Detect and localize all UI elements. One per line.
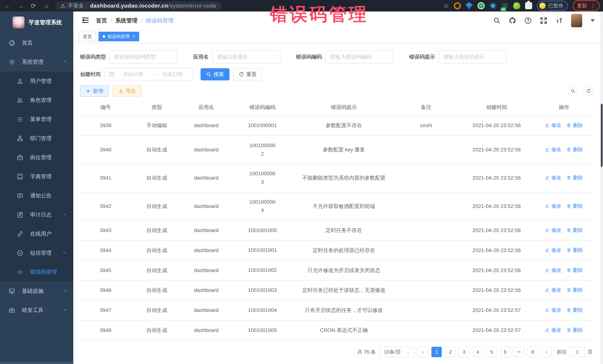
date-range-picker[interactable]: 开始日期 - 结束日期 [104,68,193,80]
sidebar-item-6[interactable]: 岗位管理 [0,148,73,167]
forward-icon[interactable]: → [16,2,24,10]
breadcrumb-home[interactable]: 首页 [96,17,107,24]
sidebar-item-13[interactable]: 基础设施 [0,282,73,301]
delete-link[interactable]: 删除 [567,247,583,254]
font-size-icon[interactable] [556,17,563,24]
cell-id: 3948 [80,320,131,340]
github-icon[interactable] [509,17,516,24]
add-button[interactable]: 新增 [80,85,109,97]
sidebar-item-12[interactable]: 错误码管理 [0,263,73,282]
delete-link[interactable]: 删除 [567,122,583,129]
help-icon[interactable] [524,17,532,24]
back-icon[interactable]: ← [3,2,12,10]
fullscreen-icon[interactable] [540,17,547,24]
extension-orange-icon[interactable] [454,2,461,9]
edit-link[interactable]: 修改 [545,227,561,233]
extension-list-icon[interactable]: on [501,2,508,9]
extension-grid-icon[interactable] [489,2,497,9]
tag-1[interactable]: 错误码管理× [99,32,139,41]
cell-type: 自动生成 [131,300,182,320]
delete-link[interactable]: 删除 [567,327,583,333]
paused-pill[interactable]: 已暂停 [537,1,568,11]
extensions-puzzle-icon[interactable] [525,2,532,9]
kebab-menu-icon[interactable]: ⋮ [590,5,595,7]
edit-link[interactable]: 修改 [545,307,561,313]
paused-label: 已暂停 [548,2,563,9]
page-button-1[interactable]: 1 [431,347,442,357]
sidebar-item-4[interactable]: 菜单管理 [0,110,73,129]
edit-link[interactable]: 修改 [545,267,561,274]
app-input[interactable] [217,54,276,60]
page-button-8[interactable]: 8 [527,347,538,357]
extension-gem-icon[interactable] [466,2,473,9]
page-button-5[interactable]: 5 [486,347,497,357]
page-button-2[interactable]: 2 [445,347,455,357]
page-button-4[interactable]: 4 [473,347,483,357]
export-button[interactable]: 导出 [113,85,141,97]
next-page-button[interactable]: › [541,347,552,357]
sidebar-item-14[interactable]: 研发工具 [0,301,73,320]
delete-link[interactable]: 删除 [567,174,583,181]
extension-green-check-icon[interactable] [477,2,485,9]
breadcrumb-current: 错误码管理 [146,17,174,24]
breadcrumb-system[interactable]: 系统管理 [115,17,138,24]
delete-link[interactable]: 删除 [567,307,583,313]
edit-link[interactable]: 修改 [545,146,561,153]
user-avatar[interactable] [571,14,582,27]
app-logo-row[interactable]: 芋道管理系统 [0,11,73,33]
refresh-icon[interactable] [583,86,594,96]
page-button-6[interactable]: 6 [500,347,510,357]
url-domain: dashboard.yudao.iocoder.cn [90,3,168,9]
scrollbar-thumb[interactable] [601,104,603,167]
delete-link[interactable]: 删除 [567,227,583,233]
type-select[interactable]: 请选择错误码类型 ⌄ [109,50,178,63]
close-icon[interactable]: × [133,34,135,39]
cell-type: 自动生成 [131,220,182,240]
delete-link[interactable]: 删除 [567,146,583,153]
update-button[interactable]: 更新 ⋮ [573,0,600,11]
goto-page-input[interactable] [569,347,585,357]
sidebar-item-9[interactable]: 审计日志 [0,205,73,224]
end-date-placeholder: 结束日期 [157,71,188,78]
cell-app: dashboard [182,240,230,260]
home-icon[interactable]: ⌂ [42,2,50,10]
delete-link[interactable]: 删除 [567,203,583,210]
edit-link[interactable]: 修改 [545,203,561,210]
sidebar-item-3[interactable]: 角色管理 [0,91,73,110]
edit-link[interactable]: 修改 [545,247,561,254]
cell-memo [393,300,459,320]
tag-0[interactable]: 首页 [79,32,96,41]
search-icon[interactable] [493,17,500,24]
delete-link[interactable]: 删除 [567,287,583,293]
edit-link[interactable]: 修改 [545,327,561,333]
toggle-search-icon[interactable] [568,86,578,96]
bookmark-star-icon[interactable]: ☆ [443,2,449,10]
search-button[interactable]: 搜索 [201,68,230,80]
edit-link[interactable]: 修改 [545,122,561,129]
sidebar-item-1[interactable]: 系统管理 [0,53,73,72]
reload-icon[interactable]: ⟳ [29,2,37,10]
sidebar-item-7[interactable]: 字典管理 [0,167,73,186]
table-row: 3947自动生成dashboard1001001004只有开启状态的任务，才可以… [80,300,594,320]
sidebar-item-11[interactable]: 短信管理 [0,243,73,263]
page-scrollbar[interactable] [600,11,603,364]
hamburger-icon[interactable] [81,16,89,25]
sidebar-item-2[interactable]: 用户管理 [0,72,73,91]
prev-page-button[interactable]: ‹ [418,347,428,357]
delete-link[interactable]: 删除 [567,267,583,274]
page-button-3[interactable]: 3 [459,347,469,357]
edit-link[interactable]: 修改 [545,287,561,293]
sidebar-item-10[interactable]: 在线用户 [0,224,73,243]
edit-link[interactable]: 修改 [545,174,561,181]
address-bar[interactable]: ⚠ 不安全 dashboard.yudao.iocoder.cn/system/… [55,1,221,10]
more-pages-button[interactable]: ••• [514,347,524,357]
code-input[interactable] [330,54,389,60]
extension-key-icon[interactable] [513,2,520,9]
page-size-select[interactable]: 10条/页 ⌄ [380,347,414,357]
sidebar-item-5[interactable]: 部门管理 [0,129,73,148]
chevron-down-icon[interactable] [590,19,595,22]
sidebar-item-8[interactable]: 通知公告 [0,186,73,205]
msg-input[interactable] [443,54,502,60]
sidebar-item-0[interactable]: 首页 [0,33,73,53]
reset-button[interactable]: 重置 [233,68,262,80]
